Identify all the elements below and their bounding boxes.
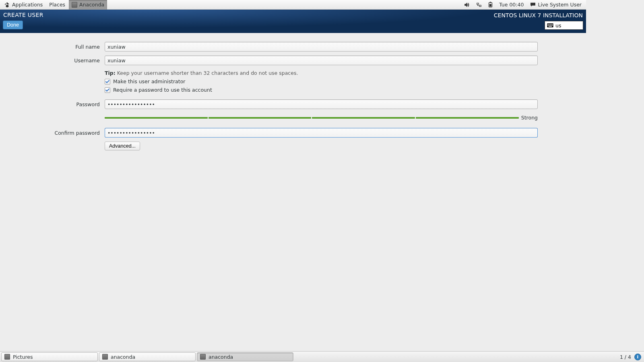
svg-rect-4 [489, 4, 491, 6]
checkbox-icon [105, 79, 110, 84]
require-password-label: Require a password to use this account [113, 87, 212, 93]
confirm-password-label: Confirm password [48, 130, 105, 136]
tip-bold: Tip: [105, 70, 116, 76]
svg-rect-1 [479, 5, 481, 6]
svg-rect-9 [551, 24, 552, 25]
svg-rect-8 [550, 24, 551, 25]
places-menu[interactable]: Places [46, 0, 68, 10]
full-name-input[interactable] [105, 42, 538, 51]
advanced-button[interactable]: Advanced... [105, 142, 140, 150]
volume-icon [464, 2, 470, 8]
username-input[interactable] [105, 56, 538, 65]
svg-rect-13 [550, 25, 551, 26]
network-indicator[interactable] [473, 0, 485, 10]
applications-label: Applications [12, 2, 43, 8]
strength-label: Strong [521, 115, 538, 121]
battery-indicator[interactable] [485, 0, 495, 10]
svg-rect-7 [549, 24, 549, 25]
product-name: CENTOS LINUX 7 INSTALLATION [494, 12, 583, 19]
applications-menu[interactable]: Applications [2, 0, 45, 10]
clock[interactable]: Tue 00:40 [496, 0, 526, 10]
strength-bar [105, 117, 519, 119]
user-menu[interactable]: Live System User [527, 0, 584, 10]
svg-rect-14 [551, 25, 552, 26]
svg-rect-12 [549, 25, 549, 26]
require-password-checkbox[interactable]: Require a password to use this account [105, 87, 538, 93]
tip-text: Keep your username shorter than 32 chara… [116, 70, 298, 76]
keyboard-layout-indicator[interactable]: us [545, 21, 583, 30]
gnome-foot-icon [4, 2, 10, 8]
done-button[interactable]: Done [3, 21, 23, 29]
keyboard-layout-label: us [555, 23, 561, 29]
confirm-password-input[interactable] [105, 128, 538, 138]
svg-rect-11 [548, 25, 549, 26]
network-icon [476, 2, 482, 8]
chat-icon [530, 2, 536, 7]
password-input[interactable] [105, 99, 538, 109]
window-icon [72, 2, 77, 8]
active-app-label: Anaconda [79, 2, 104, 8]
make-admin-label: Make this user administrator [113, 78, 185, 84]
svg-rect-6 [548, 24, 549, 25]
svg-rect-15 [552, 25, 553, 26]
active-app-indicator[interactable]: Anaconda [69, 0, 107, 10]
password-strength-meter: Strong [105, 115, 538, 121]
volume-indicator[interactable] [461, 0, 473, 10]
password-label: Password [48, 101, 105, 107]
full-name-label: Full name [48, 44, 105, 50]
username-tip: Tip: Keep your username shorter than 32 … [105, 70, 538, 76]
svg-rect-3 [490, 2, 491, 3]
clock-label: Tue 00:40 [499, 2, 524, 8]
gnome-top-panel: Applications Places Anaconda Tue 00:40 L… [0, 0, 586, 10]
checkbox-icon [105, 87, 110, 93]
svg-rect-0 [477, 3, 479, 4]
user-menu-label: Live System User [538, 2, 582, 8]
battery-icon [488, 2, 493, 8]
username-label: Username [48, 58, 105, 64]
svg-rect-10 [552, 24, 553, 25]
anaconda-header: CREATE USER CENTOS LINUX 7 INSTALLATION … [0, 10, 586, 33]
make-admin-checkbox[interactable]: Make this user administrator [105, 78, 538, 84]
create-user-form: Full name Username Tip: Keep your userna… [0, 33, 586, 150]
places-label: Places [49, 2, 65, 8]
keyboard-icon [547, 23, 553, 28]
svg-rect-16 [549, 26, 552, 27]
